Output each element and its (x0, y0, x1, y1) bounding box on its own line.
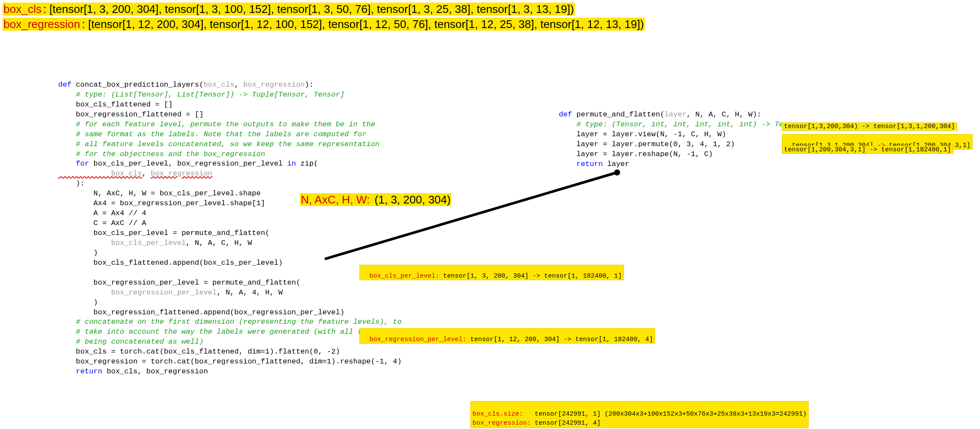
code-line: box_regression_per_level, N, A, 4, H, W (58, 288, 283, 297)
code-line: box_regression_flattened.append(box_regr… (58, 308, 344, 316)
code-comment: # type: (List[Tensor], List[Tensor]) -> … (58, 91, 344, 99)
code-line: ) (58, 249, 98, 257)
code-comment: # type: (Tensor, int, int, int, int, int… (559, 120, 801, 128)
annot-sizes: box_cls.size: tensor[242991, 1] (200x304… (470, 401, 809, 428)
annot-reg-level: box_regression_per_level: tensor[1, 12, … (359, 328, 655, 344)
header-box-cls: box_cls: [tensor[1, 3, 200, 304], tensor… (3, 3, 645, 16)
hdr-box-cls-value: : [tensor[1, 3, 200, 304], tensor[1, 3, … (42, 3, 575, 16)
annot-pf-reshape: tensor[1,200,304,3,1] -> tensor[1,182400… (782, 146, 953, 154)
code-line: box_regression_flattened = [] (58, 110, 204, 119)
hdr-box-reg-label: box_regression (3, 18, 81, 31)
code-line: box_cls_flattened = [] (58, 100, 173, 109)
code-line: layer = layer.reshape(N, -1, C) (559, 150, 713, 158)
code-line: box_cls_per_level = permute_and_flatten( (58, 229, 270, 237)
code-comment: # for the objectness and the box_regress… (58, 150, 265, 158)
code-line: N, AxC, H, W = box_cls_per_level.shape (58, 189, 261, 197)
code-comment: # concatenate on the first dimension (re… (58, 318, 402, 326)
code-line: C = AxC // A (58, 219, 146, 227)
code-line: box_cls_flattened.append(box_cls_per_lev… (58, 259, 283, 267)
code-line: box_cls = torch.cat(box_cls_flattened, d… (58, 348, 340, 356)
code-line: return box_cls, box_regression (58, 367, 208, 376)
code-line: A = Ax4 // 4 (58, 209, 146, 217)
code-comment: # for each feature level, permute the ou… (58, 120, 375, 128)
code-comment: # all feature levels concatenated, so we… (58, 140, 380, 148)
code-line: layer = layer.permute(0, 3, 4, 1, 2) (559, 140, 735, 148)
code-line: def permute_and_flatten(layer, N, A, C, … (559, 110, 761, 119)
code-line: return layer (559, 160, 629, 168)
code-line: def concat_box_prediction_layers(box_cls… (58, 81, 314, 89)
code-comment: # take into account the way the labels w… (58, 328, 410, 336)
code-line: box_regression = torch.cat(box_regressio… (58, 357, 402, 366)
annot-pf-view: tensor[1,3,200,304) -> tensor[1,3,1,200,… (782, 122, 957, 131)
annot-cls-level: box_cls_per_level: tensor[1, 3, 200, 304… (359, 265, 624, 280)
code-line: Ax4 = box_regression_per_level.shape[1] (58, 199, 265, 207)
code-line: for box_cls_per_level, box_regression_pe… (58, 160, 318, 168)
code-line: layer = layer.view(N, -1, C, H, W) (559, 130, 726, 138)
annot-shape-value: (1, 3, 200, 304) (371, 193, 452, 206)
code-line: box_regression_per_level = permute_and_f… (58, 279, 300, 287)
code-line: ): (58, 179, 85, 188)
svg-point-1 (614, 169, 620, 175)
right-code-block: def permute_and_flatten(layer, N, A, C, … (559, 100, 801, 169)
code-line: box_cls, box_regression (58, 169, 212, 178)
hdr-box-reg-value: : [tensor[1, 12, 200, 304], tensor[1, 12… (81, 18, 645, 31)
code-comment: # being concatenated as well) (58, 338, 204, 346)
annot-shape-label: N, AxC, H, W: (300, 193, 371, 206)
code-comment: # same format as the labels. Note that t… (58, 130, 366, 138)
hdr-box-cls-label: box_cls (3, 3, 42, 16)
left-code-block: def concat_box_prediction_layers(box_cls… (58, 70, 410, 377)
code-line: box_cls_per_level, N, A, C, H, W (58, 239, 252, 247)
annot-shape: N, AxC, H, W: (1, 3, 200, 304) (300, 193, 451, 207)
code-line: ) (58, 298, 98, 307)
header-box-reg: box_regression: [tensor[1, 12, 200, 304]… (3, 18, 645, 31)
